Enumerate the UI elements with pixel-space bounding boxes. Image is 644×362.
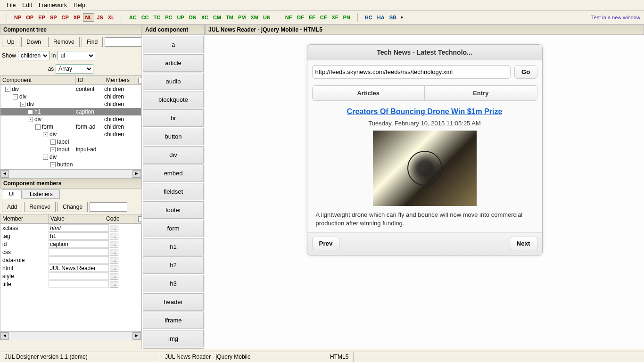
member-value-input[interactable] [49, 272, 109, 280]
component-article[interactable]: article [143, 54, 204, 72]
tree-row[interactable]: -h1 caption [0, 108, 141, 115]
tree-toggle[interactable]: - [50, 162, 56, 167]
tree-row[interactable]: -div children [0, 100, 141, 108]
tb-UN[interactable]: UN [261, 13, 273, 22]
tb-CP[interactable]: CP [59, 13, 71, 22]
component-blockquote[interactable]: blockquote [143, 91, 204, 108]
member-row[interactable]: title ... [0, 280, 141, 288]
tb-XL[interactable]: XL [106, 13, 117, 22]
tb-TC[interactable]: TC [151, 13, 163, 22]
member-row[interactable]: html ... [0, 264, 141, 272]
tree-toggle[interactable]: - [28, 109, 33, 115]
tb-XF[interactable]: XF [330, 13, 341, 22]
code-button[interactable]: ... [110, 257, 118, 263]
member-value-input[interactable] [49, 240, 109, 248]
member-remove-button[interactable]: Remove [24, 202, 56, 212]
code-button[interactable]: ... [110, 225, 118, 231]
tree-row[interactable]: -div children [0, 131, 141, 138]
member-value-input[interactable] [49, 256, 109, 264]
tb-AC[interactable]: AC [127, 13, 139, 22]
menu-edit[interactable]: Edit [19, 1, 35, 9]
component-iframe[interactable]: iframe [143, 312, 204, 329]
member-row[interactable]: data-role ... [0, 256, 141, 264]
tb-CF[interactable]: CF [318, 13, 330, 22]
tb-SP[interactable]: SP [48, 13, 59, 22]
member-row[interactable]: id ... [0, 240, 141, 248]
tree-toggle[interactable]: - [50, 140, 56, 145]
tb-PM[interactable]: PM [236, 13, 248, 22]
down-button[interactable]: Down [21, 37, 46, 47]
tab-entry[interactable]: Entry [425, 86, 537, 100]
tab-articles[interactable]: Articles [313, 86, 425, 100]
tb-PC[interactable]: PC [163, 13, 174, 22]
tb-OF[interactable]: OF [294, 13, 306, 22]
tree-toggle[interactable]: - [5, 87, 10, 92]
tb-HC[interactable]: HC [363, 13, 375, 22]
tb-NF[interactable]: NF [283, 13, 295, 22]
component-list[interactable]: aarticleaudioblockquotebrbuttondivembedf… [142, 35, 205, 349]
tb-HA[interactable]: HA [375, 13, 387, 22]
tb-EP[interactable]: EP [36, 13, 48, 22]
remove-button[interactable]: Remove [48, 37, 80, 47]
component-form[interactable]: form [143, 220, 204, 237]
tree-toggle[interactable]: - [43, 155, 48, 160]
tree-row[interactable]: -form form-adchildren [0, 123, 141, 131]
member-value-input[interactable] [49, 248, 109, 256]
tree-body[interactable]: -div contentchildren -div children -div … [0, 85, 141, 170]
component-img[interactable]: img [143, 330, 204, 347]
in-select[interactable]: ui [58, 51, 95, 60]
component-h1[interactable]: h1 [143, 238, 204, 255]
url-input[interactable] [312, 65, 511, 79]
find-input[interactable] [105, 37, 142, 47]
up-button[interactable]: Up [2, 37, 19, 47]
tb-PN[interactable]: PN [341, 13, 353, 22]
component-embed[interactable]: embed [143, 165, 204, 182]
code-button[interactable]: ... [110, 249, 118, 255]
tree-row[interactable]: -input input-ad [0, 146, 141, 153]
next-button[interactable]: Next [510, 237, 537, 250]
menu-framework[interactable]: Framework [36, 1, 70, 9]
code-button[interactable]: ... [110, 281, 118, 288]
tree-row[interactable]: -label [0, 138, 141, 146]
change-input[interactable] [90, 202, 127, 212]
tb-UP[interactable]: UP [174, 13, 186, 22]
member-value-input[interactable] [49, 224, 109, 232]
tb-CM[interactable]: CM [211, 13, 223, 22]
code-button[interactable]: ... [110, 241, 118, 247]
component-div[interactable]: div [143, 146, 204, 164]
component-fieldset[interactable]: fieldset [143, 183, 204, 200]
members-hscroll[interactable]: ◄► [0, 332, 141, 340]
code-button[interactable]: ... [110, 233, 118, 239]
member-row[interactable]: tag ... [0, 232, 141, 240]
tb-NP[interactable]: NP [12, 13, 24, 22]
tb-TM[interactable]: TM [223, 13, 236, 22]
member-value-input[interactable] [49, 280, 109, 288]
tree-toggle[interactable]: - [50, 147, 56, 152]
tb-XC[interactable]: XC [199, 13, 211, 22]
tb-DN[interactable]: DN [187, 13, 199, 22]
tree-toggle[interactable]: - [43, 132, 48, 137]
member-row[interactable]: style ... [0, 272, 141, 280]
tb-OP[interactable]: OP [24, 13, 36, 22]
component-h2[interactable]: h2 [143, 256, 204, 274]
members-body[interactable]: xclass ... tag ... id ... css ... data-r… [0, 223, 141, 332]
tree-toggle[interactable]: - [35, 124, 41, 130]
tb-EF[interactable]: EF [306, 13, 318, 22]
tb-NL[interactable]: NL [83, 13, 95, 22]
tree-toggle[interactable]: - [20, 102, 25, 107]
as-select[interactable]: Array [56, 64, 93, 74]
component-input[interactable]: input [143, 348, 204, 349]
menu-help[interactable]: Help [71, 1, 88, 9]
component-header[interactable]: header [143, 293, 204, 311]
tree-row[interactable]: -div children [0, 93, 141, 100]
tab-ui[interactable]: UI [2, 189, 22, 199]
tree-row[interactable]: -button [0, 161, 141, 168]
tb-XP[interactable]: XP [71, 13, 83, 22]
tree-row[interactable]: -div contentchildren [0, 85, 141, 93]
tree-row[interactable]: -div children [0, 115, 141, 123]
component-h3[interactable]: h3 [143, 275, 204, 292]
member-row[interactable]: xclass ... [0, 224, 141, 232]
prev-button[interactable]: Prev [312, 237, 340, 250]
go-button[interactable]: Go [514, 65, 537, 79]
tb-SB[interactable]: SB [387, 13, 399, 22]
